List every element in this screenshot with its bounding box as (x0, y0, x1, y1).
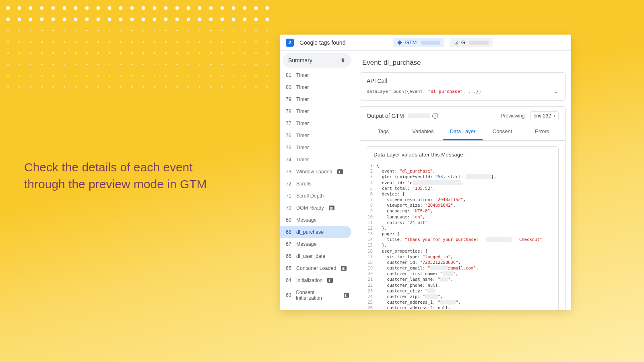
svg-point-31 (85, 18, 89, 21)
svg-point-122 (30, 64, 31, 65)
svg-point-106 (120, 52, 122, 54)
svg-point-162 (210, 75, 212, 76)
svg-point-154 (120, 75, 122, 76)
svg-point-17 (198, 6, 202, 10)
svg-point-12 (142, 6, 145, 10)
event-item[interactable]: 63Consent Initialization◧ (280, 286, 351, 304)
event-item[interactable]: 75Timer (280, 142, 351, 154)
svg-point-72 (7, 41, 9, 43)
event-item[interactable]: 70DOM Ready◧ (280, 202, 351, 214)
event-item[interactable]: 74Timer (280, 154, 351, 166)
tags-found-label: Google tags found (299, 39, 345, 46)
svg-point-81 (109, 41, 110, 43)
event-item[interactable]: 73Window Loaded◧ (280, 166, 351, 178)
svg-point-149 (64, 75, 65, 76)
svg-point-56 (97, 30, 99, 31)
event-item[interactable]: 79Timer (280, 93, 351, 105)
svg-point-91 (221, 41, 223, 43)
svg-point-97 (19, 52, 20, 54)
chip-gtm[interactable]: GTM- (393, 38, 444, 47)
event-item[interactable]: 81Timer (280, 69, 351, 81)
svg-point-103 (86, 52, 88, 54)
tab-data-layer[interactable]: Data Layer (443, 124, 483, 140)
event-item[interactable]: 65Container Loaded◧ (280, 262, 351, 274)
tab-tags[interactable]: Tags (363, 124, 403, 140)
svg-point-142 (255, 64, 257, 65)
svg-point-167 (266, 75, 268, 76)
svg-point-174 (75, 86, 76, 88)
event-item[interactable]: 72Scrolls (280, 178, 351, 190)
event-item[interactable]: 69Message (280, 214, 351, 226)
sidebar-summary[interactable]: Summary (283, 53, 351, 68)
event-item[interactable]: 71Scroll Depth (280, 190, 351, 202)
svg-point-123 (41, 64, 43, 65)
svg-point-101 (64, 52, 65, 54)
svg-point-43 (221, 18, 224, 21)
event-item[interactable]: 67Message (280, 238, 351, 250)
svg-point-145 (19, 75, 20, 76)
svg-point-119 (266, 52, 268, 54)
svg-point-5 (63, 6, 66, 10)
api-call-code: dataLayer.push({event: "dl_purchase", ..… (367, 89, 481, 94)
expand-icon[interactable]: ⌄ (554, 88, 559, 95)
info-icon[interactable]: ? (432, 113, 438, 119)
tab-consent[interactable]: Consent (483, 124, 522, 140)
slide-headline: Check the details of each event through … (24, 159, 207, 193)
dot-pattern (0, 0, 282, 113)
event-item[interactable]: 80Timer (280, 81, 351, 93)
svg-point-183 (176, 86, 178, 88)
svg-point-133 (154, 64, 155, 65)
svg-point-55 (86, 30, 88, 31)
svg-point-151 (86, 75, 88, 76)
svg-point-66 (210, 30, 212, 31)
event-item[interactable]: 77Timer (280, 117, 351, 130)
event-item[interactable]: 64Initialization◧ (280, 274, 351, 286)
svg-point-116 (233, 52, 234, 54)
svg-point-181 (154, 86, 155, 88)
svg-point-23 (266, 6, 269, 10)
event-item[interactable]: 66dl_user_data (280, 250, 351, 262)
svg-point-161 (199, 75, 200, 76)
svg-point-67 (221, 30, 223, 31)
svg-point-158 (165, 75, 167, 76)
tab-errors[interactable]: Errors (522, 124, 562, 140)
event-list: 81Timer80Timer79Timer78Timer77Timer76Tim… (280, 68, 354, 308)
event-badge-icon: ◧ (337, 169, 343, 174)
event-item[interactable]: 68dl_purchase (280, 226, 351, 238)
chip-ga[interactable]: G- (450, 38, 493, 47)
env-selector[interactable]: env-232› (530, 111, 559, 120)
event-sidebar[interactable]: Summary 81Timer80Timer79Timer78Timer77Ti… (280, 51, 354, 310)
svg-point-87 (176, 41, 178, 43)
svg-point-19 (221, 6, 224, 10)
svg-point-173 (64, 86, 65, 88)
svg-point-156 (142, 75, 144, 76)
svg-point-74 (30, 41, 31, 43)
svg-point-21 (243, 6, 247, 10)
svg-point-89 (199, 41, 200, 43)
svg-point-20 (232, 6, 235, 10)
tab-variables[interactable]: Variables (403, 124, 443, 140)
svg-point-186 (210, 86, 212, 88)
svg-point-2 (29, 6, 33, 10)
svg-point-113 (199, 52, 200, 54)
event-item[interactable]: 76Timer (280, 130, 351, 142)
event-item[interactable]: 78Timer (280, 105, 351, 117)
event-badge-icon: ◧ (329, 206, 334, 210)
svg-point-84 (142, 41, 144, 43)
svg-point-153 (109, 75, 110, 76)
data-layer-code[interactable]: 1{2 event: "dl_purchase",3 gtm: {uniqueE… (367, 162, 558, 310)
svg-point-169 (19, 86, 20, 88)
svg-point-22 (254, 6, 258, 10)
svg-point-10 (119, 6, 123, 10)
clear-icon[interactable] (340, 58, 346, 63)
svg-point-188 (233, 86, 234, 88)
svg-point-185 (199, 86, 200, 88)
svg-point-29 (63, 18, 66, 21)
svg-point-170 (30, 86, 31, 88)
svg-point-62 (165, 30, 167, 31)
svg-point-147 (41, 75, 43, 76)
svg-point-155 (131, 75, 133, 76)
svg-point-35 (130, 18, 134, 21)
svg-point-164 (233, 75, 234, 76)
svg-point-168 (7, 86, 9, 88)
